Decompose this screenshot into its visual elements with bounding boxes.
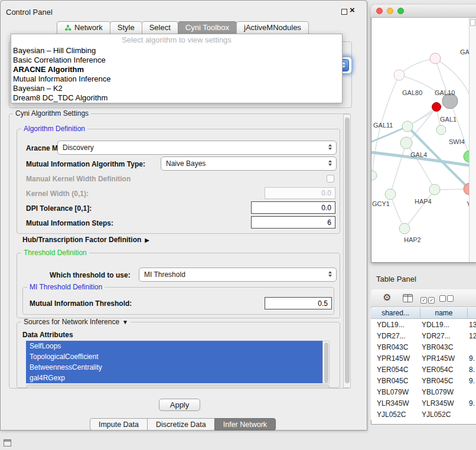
close-icon[interactable]: × [350, 5, 355, 15]
attributes-scrollbar-thumb[interactable] [324, 343, 328, 383]
table-panel-title: Table Panel [376, 275, 416, 283]
tab-label: Select [149, 21, 171, 34]
gear-icon[interactable]: ⚙ [383, 292, 391, 303]
attributes-list-scrollbar[interactable] [322, 341, 330, 383]
apply-button[interactable]: Apply [159, 399, 200, 411]
tab-label: Impute Data [99, 420, 139, 429]
minimize-traffic-light[interactable] [387, 8, 393, 14]
network-edge [399, 58, 435, 75]
tab-cyni-toolbox[interactable]: Cyni Toolbox [178, 21, 237, 34]
settings-scrollbar-thumb[interactable] [345, 118, 350, 383]
network-node-gal1[interactable] [436, 125, 446, 135]
table-row[interactable]: YPR145W YPR145W 9. [371, 353, 476, 364]
node-label-gal10: GAL10 [435, 89, 455, 96]
zoom-traffic-light[interactable] [397, 8, 404, 14]
tab-impute-data[interactable]: Impute Data [90, 418, 148, 431]
attribute-item-selected[interactable]: gal4RGexp [26, 373, 322, 383]
table-row[interactable]: YBL079W YBL079W [371, 386, 476, 397]
network-node[interactable] [371, 171, 377, 180]
docked-panel-icon[interactable] [4, 439, 11, 446]
cell-name: YPR145W [419, 354, 467, 363]
tab-select[interactable]: Select [142, 21, 178, 34]
tab-network[interactable]: Network [57, 21, 110, 34]
aracne-mode-select[interactable]: Discovery [57, 141, 337, 155]
network-node[interactable] [430, 53, 441, 64]
mi-threshold-field[interactable]: 0.5 [265, 297, 332, 309]
network-edge [405, 190, 435, 229]
dropdown-item[interactable]: Basic Correlation Inference [11, 56, 342, 65]
dropdown-item[interactable]: Mutual Information Inference [11, 74, 342, 84]
collapse-right-icon[interactable]: ▶ [145, 237, 149, 243]
tab-style[interactable]: Style [110, 21, 142, 34]
unchecked-box-icon [439, 295, 446, 302]
cell-shared: YBL079W [371, 388, 419, 396]
which-threshold-select[interactable]: MI Threshold [139, 268, 337, 282]
dpi-tolerance-field[interactable]: 0.0 [251, 201, 335, 214]
mi-steps-label: Mutual Information Steps: [26, 219, 113, 227]
float-window-icon[interactable] [341, 9, 347, 15]
table-row[interactable]: YBR045C YBR045C 9. [371, 375, 476, 386]
cell-value: 9. [467, 377, 475, 385]
dpi-tolerance-label: DPI Tolerance [0,1]: [26, 204, 92, 213]
network-node-hap2[interactable] [399, 223, 410, 234]
column-header-shared[interactable]: shared... [371, 308, 420, 319]
tab-infer-network[interactable]: Infer Network [214, 418, 276, 431]
kernel-width-field[interactable]: 0.0 [265, 187, 335, 199]
select-all-checks-icon[interactable]: ✓✓ [420, 295, 436, 304]
mi-steps-field[interactable]: 6 [251, 216, 335, 229]
node-label-hap4: HAP4 [415, 198, 432, 205]
manual-kernel-checkbox[interactable] [327, 175, 334, 182]
column-header-name[interactable]: name [420, 308, 468, 319]
network-scrollbar[interactable] [469, 18, 476, 262]
cell-shared: YER054C [371, 366, 419, 374]
dropdown-item[interactable]: Bayesian – K2 [11, 84, 342, 93]
tab-jactivemnodules[interactable]: jActiveMNodules [236, 21, 309, 34]
network-node-gal11[interactable] [402, 121, 413, 132]
attribute-item-selected[interactable]: TopologicalCoefficient [26, 351, 322, 362]
network-node-red[interactable] [432, 103, 441, 112]
sources-title-row[interactable]: Sources for Network Inference ▼ [21, 318, 131, 326]
threshold-definition-title: Threshold Definition [21, 249, 89, 257]
deselect-all-checks-icon[interactable] [439, 295, 455, 304]
cell-value: 9. [467, 399, 475, 407]
cell-name: YER054C [419, 366, 467, 374]
attributes-horizontal-scrollbar[interactable] [26, 384, 330, 389]
network-scrollbar-button[interactable] [470, 19, 475, 26]
dropdown-item[interactable]: Bayesian – Hill Climbing [11, 46, 342, 56]
network-node-gal4[interactable] [400, 137, 412, 149]
table-row[interactable]: YDL19... YDL19... 13 [371, 319, 476, 330]
table-row[interactable]: YDR27... YDR27... 12 [371, 330, 476, 341]
network-node-gal80[interactable] [394, 70, 405, 80]
network-window-titlebar[interactable] [371, 5, 476, 18]
cell-shared: YBR043C [371, 343, 419, 351]
hub-section-header[interactable]: Hub/Transcription Factor Definition ▶ [22, 236, 149, 244]
tab-label: Network [74, 21, 103, 34]
cell-value: 13 [467, 321, 476, 329]
data-attributes-list: SelfLoops TopologicalCoefficient Between… [26, 341, 322, 383]
table-row[interactable]: YJL052C YJL052C [371, 409, 476, 420]
algorithm-dropdown-popup: Select algorithm to view settings Bayesi… [11, 34, 343, 103]
columns-icon[interactable] [403, 294, 413, 302]
node-label-gal4: GAL4 [410, 151, 427, 158]
mi-threshold-label: Mutual Information Threshold: [30, 299, 132, 308]
attribute-item-selected[interactable]: BetweennessCentrality [26, 362, 322, 373]
network-node-gcy1[interactable] [385, 189, 396, 200]
table-row[interactable]: YBR043C YBR043C [371, 341, 476, 353]
dropdown-item[interactable]: Dream8 DC_TDC Algorithm [11, 93, 342, 103]
tab-discretize-data[interactable]: Discretize Data [147, 418, 215, 431]
mi-type-select[interactable]: Naive Bayes [161, 156, 337, 171]
network-canvas[interactable]: GAL GAL80 GAL10 GAL11 GAL1 SWI4 GAL4 GCY… [371, 18, 470, 262]
chevron-updown-icon [328, 160, 332, 166]
hub-section-label: Hub/Transcription Factor Definition [22, 236, 141, 244]
table-row[interactable]: YLR345W YLR345W 9. [371, 397, 476, 409]
column-header-extra[interactable] [468, 308, 476, 319]
attribute-item-selected[interactable]: SelfLoops [26, 341, 322, 351]
expand-down-icon[interactable]: ▼ [122, 318, 128, 326]
table-row[interactable]: YER054C YER054C 8. [371, 364, 476, 375]
close-traffic-light[interactable] [376, 8, 383, 14]
settings-scrollbar[interactable] [343, 114, 351, 388]
network-node-hap4[interactable] [429, 184, 440, 195]
dropdown-item-selected[interactable]: ARACNE Algorithm [11, 65, 342, 74]
mi-threshold-group-title: MI Threshold Definition [27, 283, 105, 291]
aracne-mode-value: Discovery [63, 144, 94, 152]
